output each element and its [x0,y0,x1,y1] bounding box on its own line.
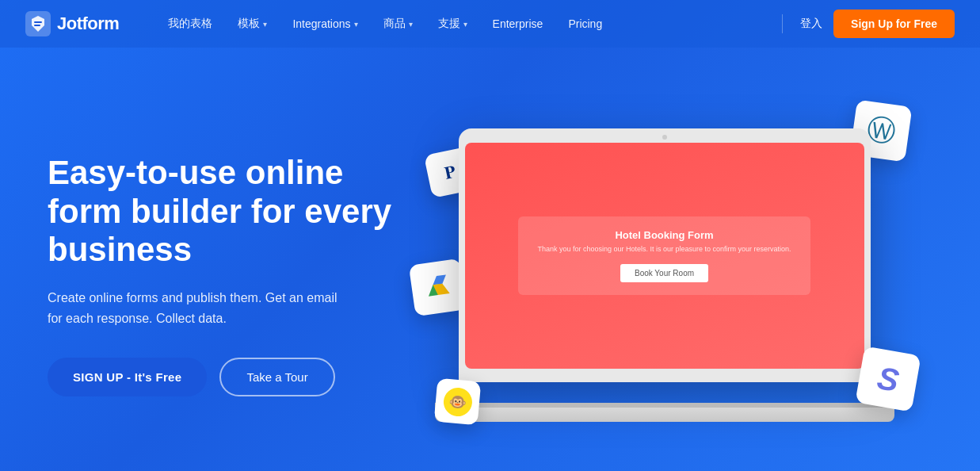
nav-divider [782,14,783,33]
nav-item-enterprise[interactable]: Enterprise [482,11,555,36]
form-button: Book Your Room [620,264,708,282]
mailchimp-icon: 🐵 [442,386,473,417]
chevron-down-icon: ▾ [409,20,413,29]
logo-text: Jotform [57,13,119,34]
nav-item-my-forms[interactable]: 我的表格 [157,10,223,37]
stripe-icon: S [875,360,902,399]
laptop-illustration: Hotel Booking Form Thank you for choosin… [435,128,894,422]
signup-button-label: SIGN UP - It's Free [73,370,181,384]
chevron-down-icon: ▾ [263,20,267,29]
form-title: Hotel Booking Form [537,229,791,241]
hero-buttons: SIGN UP - It's Free Take a Tour [48,358,396,396]
mailchimp-badge: 🐵 [434,378,482,426]
laptop-screen: Hotel Booking Form Thank you for choosin… [465,143,864,369]
tour-button[interactable]: Take a Tour [219,358,334,396]
hero-section: Easy-to-use online form builder for ever… [0,48,980,471]
laptop-base [435,408,894,422]
hero-illustration: 𝐏 Ⓦ Hotel Booking Form Thank you for cho… [396,79,932,471]
navbar: Jotform 我的表格 模板 ▾ Integrations ▾ 商品 ▾ 支援… [0,0,980,48]
nav-signup-button[interactable]: Sign Up for Free [833,10,955,38]
chevron-down-icon: ▾ [463,20,467,29]
nav-item-templates[interactable]: 模板 ▾ [227,10,278,37]
laptop-screen-outer: Hotel Booking Form Thank you for choosin… [459,128,871,382]
nav-item-support[interactable]: 支援 ▾ [427,10,479,37]
jotform-logo-icon [25,11,51,36]
nav-item-products[interactable]: 商品 ▾ [372,10,424,37]
hero-title: Easy-to-use online form builder for ever… [48,154,396,269]
chevron-down-icon: ▾ [354,20,358,29]
form-subtitle: Thank you for choosing our Hotels. It is… [537,244,791,255]
signup-button[interactable]: SIGN UP - It's Free [48,358,207,396]
stripe-badge: S [855,346,921,412]
login-link[interactable]: 登入 [789,10,833,37]
hero-subtitle: Create online forms and publish them. Ge… [48,288,349,328]
laptop-camera [662,135,667,140]
hero-content: Easy-to-use online form builder for ever… [48,154,396,396]
form-preview-card: Hotel Booking Form Thank you for choosin… [518,216,810,295]
nav-item-integrations[interactable]: Integrations ▾ [281,11,368,36]
nav-links: 我的表格 模板 ▾ Integrations ▾ 商品 ▾ 支援 ▾ Enter… [157,10,776,37]
logo[interactable]: Jotform [25,11,119,36]
nav-item-pricing[interactable]: Pricing [557,11,613,36]
